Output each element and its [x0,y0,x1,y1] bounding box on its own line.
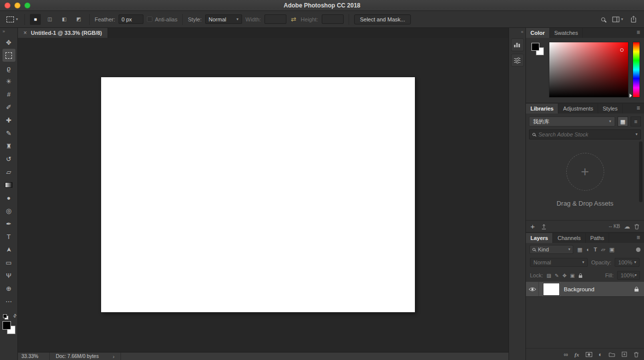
layer-filter-kind-select[interactable]: Kind ▾ [529,245,573,254]
add-content-button[interactable]: + [530,223,535,230]
new-layer-icon[interactable] [622,352,627,357]
filter-shape-layers-icon[interactable]: ▱ [601,246,605,253]
layer-row-background[interactable]: Background [526,282,644,297]
layer-name[interactable]: Background [564,286,594,292]
delete-layer-icon[interactable] [634,352,639,358]
foreground-color-swatch[interactable] [531,43,539,51]
edit-toolbar-button[interactable]: ⋯ [2,295,15,308]
lock-position-icon[interactable]: ✥ [562,273,566,278]
minimize-window-button[interactable] [14,2,20,8]
add-layer-mask-icon[interactable] [586,352,592,357]
history-brush-tool[interactable]: ↺ [2,152,15,165]
eyedropper-tool[interactable]: ✐ [2,101,15,114]
close-tab-icon[interactable]: × [23,29,27,36]
new-selection-button[interactable]: ■ [30,14,41,25]
document-tab[interactable]: × Untitled-1 @ 33.3% (RGB/8) [18,28,108,38]
width-field[interactable] [264,14,286,24]
layer-visibility-toggle[interactable] [526,282,539,296]
list-view-button[interactable]: ≡ [631,117,641,126]
default-colors-icon[interactable] [3,314,8,320]
zoom-window-button[interactable] [24,2,30,8]
search-button[interactable] [601,17,605,21]
close-window-button[interactable] [4,2,10,8]
crop-tool[interactable]: # [2,88,15,101]
blur-tool[interactable]: ● [2,191,15,204]
lock-all-icon[interactable] [578,273,583,278]
feather-input[interactable] [122,16,140,22]
fill-select[interactable]: 100% ▾ [617,271,640,280]
share-button[interactable] [630,15,637,23]
drag-drop-dropzone[interactable]: + [566,153,604,191]
horizontal-type-tool[interactable]: T [2,230,15,243]
subtract-from-selection-button[interactable]: ◧ [59,14,70,25]
tab-libraries[interactable]: Libraries [526,104,558,114]
antialias-checkbox[interactable] [147,16,152,22]
properties-panel-button[interactable] [511,54,524,67]
add-to-selection-button[interactable]: ◫ [44,14,55,25]
panel-menu-icon[interactable]: ≡ [633,28,644,38]
hand-tool[interactable]: Ψ [2,269,15,282]
layer-thumbnail[interactable] [543,283,560,296]
cloud-sync-icon[interactable]: ☁ [624,223,630,230]
pen-tool[interactable]: ✒ [2,217,15,230]
grid-view-button[interactable]: ▦ [618,117,628,126]
intersect-with-selection-button[interactable]: ◩ [73,14,84,25]
swap-width-height-icon[interactable]: ⇄ [290,15,297,23]
tab-color[interactable]: Color [526,28,550,38]
upload-icon[interactable] [541,224,547,230]
filter-type-layers-icon[interactable]: T [594,246,597,252]
filter-adjustment-layers-icon[interactable]: ◐ [586,246,590,252]
style-select[interactable]: Normal ▾ [205,14,242,24]
tab-paths[interactable]: Paths [586,233,609,243]
library-select[interactable]: 我的库 ▾ [529,117,615,126]
foreground-color-swatch[interactable] [2,321,11,330]
collapse-dock-icon[interactable]: « [521,29,525,36]
adobe-stock-search[interactable]: ▾ [529,129,641,139]
layer-effects-icon[interactable]: fx [575,352,579,358]
spot-healing-brush-tool[interactable]: ✚ [2,114,15,126]
panel-menu-icon[interactable]: ≡ [633,104,644,114]
gradient-tool[interactable] [2,178,15,191]
layer-filtering-toggle[interactable] [636,247,641,252]
workspace-switcher-button[interactable]: ▾ [612,16,623,22]
histogram-panel-button[interactable] [511,38,524,51]
panel-menu-icon[interactable]: ≡ [633,233,644,243]
adobe-stock-search-input[interactable] [538,131,633,137]
clone-stamp-tool[interactable]: ♜ [2,139,15,152]
expand-toolbar-icon[interactable]: » [0,29,4,36]
new-group-icon[interactable] [609,352,615,357]
lasso-tool[interactable]: ϱ [2,62,15,75]
blend-mode-select[interactable]: Normal ▾ [530,258,588,267]
lock-transparent-pixels-icon[interactable]: ▨ [546,273,551,278]
tab-layers[interactable]: Layers [526,233,553,243]
brush-tool[interactable]: ✎ [2,126,15,139]
lock-artboards-icon[interactable]: ▣ [570,273,575,278]
canvas-workspace[interactable] [18,38,509,352]
status-options-icon[interactable]: › [113,354,115,360]
lock-image-pixels-icon[interactable]: ✎ [555,273,559,278]
hue-slider-marker[interactable] [630,94,632,98]
height-field[interactable] [322,14,344,24]
opacity-select[interactable]: 100% ▾ [615,258,640,267]
width-input[interactable] [267,16,283,22]
rectangle-tool[interactable]: ▭ [2,256,15,269]
filter-pixel-layers-icon[interactable]: ▦ [577,246,582,253]
rectangular-marquee-tool[interactable] [2,49,15,62]
select-and-mask-button[interactable]: Select and Mask... [354,14,411,24]
feather-field[interactable] [119,14,143,24]
tab-swatches[interactable]: Swatches [550,28,583,38]
tab-adjustments[interactable]: Adjustments [558,104,598,114]
saturation-brightness-picker[interactable] [549,42,629,98]
eraser-tool[interactable]: ▱ [2,165,15,178]
link-layers-icon[interactable]: ∞ [564,351,568,358]
tab-channels[interactable]: Channels [553,233,585,243]
document-canvas[interactable] [101,77,415,312]
zoom-tool[interactable]: ⊕ [2,282,15,295]
tool-preset-picker[interactable]: ▾ [5,15,19,23]
filter-smart-objects-icon[interactable]: ▣ [609,246,614,253]
dodge-tool[interactable]: ◎ [2,204,15,217]
zoom-level-field[interactable] [18,353,50,360]
path-selection-tool[interactable]: ➤ [2,243,15,256]
height-input[interactable] [325,16,341,22]
scrollbar-thumb[interactable] [639,141,643,202]
